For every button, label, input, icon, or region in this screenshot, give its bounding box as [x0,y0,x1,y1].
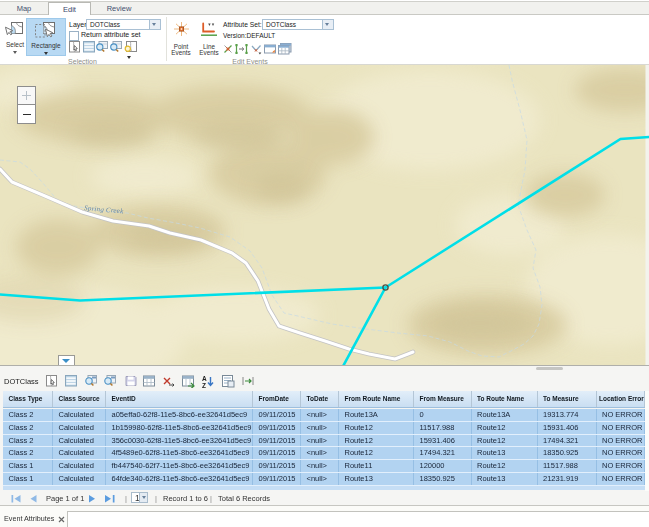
svg-text:Z: Z [202,382,206,389]
